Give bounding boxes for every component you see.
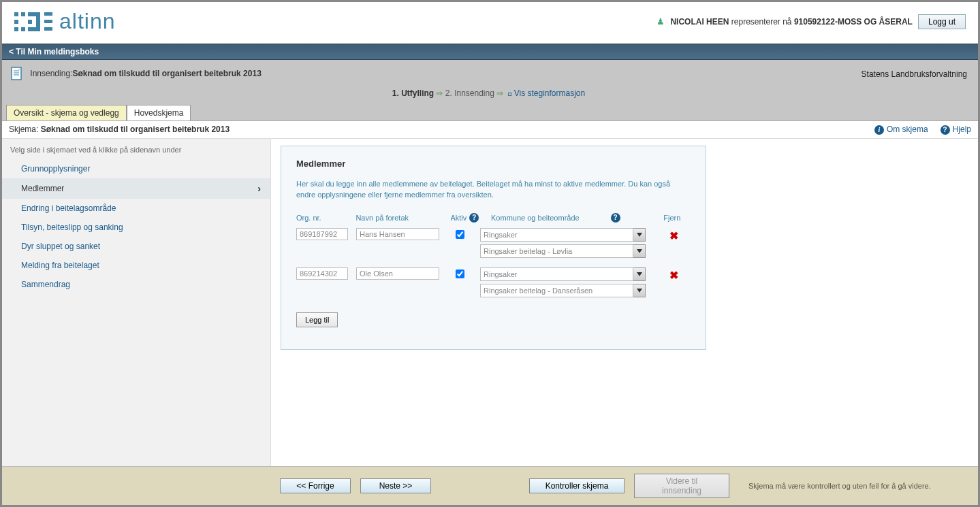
sidebar-item-label: Medlemmer xyxy=(21,184,64,193)
step-indicator: 1. Utfylling ⇒ 2. Innsending ⇒ ◘ Vis ste… xyxy=(6,84,971,105)
company-name-input[interactable] xyxy=(356,228,439,240)
schema-name: Søknad om tilskudd til organisert beiteb… xyxy=(41,125,230,134)
sidebar-item-tilsyn[interactable]: Tilsyn, beiteslipp og sanking xyxy=(2,218,270,237)
help-icon: ? xyxy=(941,125,950,135)
represents-org: 910592122-MOSS OG ÅSERAL xyxy=(794,17,913,27)
svg-rect-4 xyxy=(21,27,25,31)
col-kommune: Kommune og beiteområde ? xyxy=(491,213,663,223)
panel-hint: Her skal du legge inn alle medlemmene av… xyxy=(296,178,691,201)
sidebar-item-endring[interactable]: Endring i beitelagsområde xyxy=(2,199,270,218)
user-info: ♟ NICOLAI HEEN representerer nå 91059212… xyxy=(657,14,966,29)
expand-icon: ◘ xyxy=(508,91,511,97)
arrow-icon: ⇒ xyxy=(496,88,503,98)
svg-rect-5 xyxy=(28,12,40,16)
show-steps-link[interactable]: Vis steginformasjon xyxy=(514,88,586,98)
col-aktiv: Aktiv ? xyxy=(450,213,491,223)
user-icon: ♟ xyxy=(657,16,665,27)
dropdown-button[interactable] xyxy=(633,267,646,281)
logo[interactable]: altinn xyxy=(14,9,116,34)
arrow-icon: ⇒ xyxy=(436,88,443,98)
help-label: Hjelp xyxy=(953,125,971,134)
svg-rect-11 xyxy=(44,27,52,31)
svg-rect-7 xyxy=(28,27,40,31)
orgnr-input[interactable] xyxy=(296,267,348,280)
dropdown-button[interactable] xyxy=(633,284,646,297)
svg-marker-17 xyxy=(637,233,642,237)
logout-button[interactable]: Logg ut xyxy=(918,14,966,29)
svg-rect-3 xyxy=(14,27,18,31)
about-schema-link[interactable]: iOm skjema xyxy=(874,125,928,135)
col-aktiv-label: Aktiv xyxy=(450,214,467,222)
footer: << Forrige Neste >> Kontroller skjema Vi… xyxy=(2,466,978,505)
sidebar-hint: Velg side i skjemaet ved å klikke på sid… xyxy=(2,143,270,159)
help-link[interactable]: ?Hjelp xyxy=(941,125,971,135)
footer-hint: Skjema må være kontrollert og uten feil … xyxy=(748,482,931,490)
members-panel: Medlemmer Her skal du legge inn alle med… xyxy=(281,146,706,350)
col-orgnr: Org. nr. xyxy=(296,214,355,222)
svg-marker-20 xyxy=(637,289,642,293)
dropdown-button[interactable] xyxy=(633,244,646,258)
aktiv-checkbox[interactable] xyxy=(456,269,464,278)
svg-rect-10 xyxy=(44,20,52,23)
back-link[interactable]: < Til Min meldingsboks xyxy=(9,47,99,56)
kommune-select[interactable] xyxy=(480,267,633,281)
col-name: Navn på foretak xyxy=(355,214,450,222)
svg-rect-1 xyxy=(21,12,25,16)
col-kommune-label: Kommune og beiteområde xyxy=(491,214,580,222)
user-name: NICOLAI HEEN xyxy=(670,17,729,27)
info-icon: i xyxy=(874,125,884,135)
panel-title: Medlemmer xyxy=(296,159,691,169)
dropdown-button[interactable] xyxy=(633,228,646,242)
step-1: 1. Utfylling xyxy=(392,88,434,98)
remove-button[interactable]: ✖ xyxy=(669,269,678,281)
tab-main-form[interactable]: Hovedskjema xyxy=(127,105,191,120)
aktiv-checkbox[interactable] xyxy=(456,230,464,239)
svg-rect-2 xyxy=(14,20,18,24)
member-row: ✖ xyxy=(296,228,691,258)
sidebar-item-dyr[interactable]: Dyr sluppet og sanket xyxy=(2,237,270,256)
beiteomrade-select[interactable] xyxy=(480,244,633,258)
tab-overview[interactable]: Oversikt - skjema og vedlegg xyxy=(6,105,127,120)
svg-rect-8 xyxy=(28,20,32,24)
svg-rect-0 xyxy=(14,12,18,16)
sidebar-item-melding[interactable]: Melding fra beitelaget xyxy=(2,256,270,275)
svg-marker-19 xyxy=(637,272,642,276)
col-fjern: Fjern xyxy=(663,214,691,222)
chevron-right-icon: › xyxy=(257,183,261,194)
kontroller-button[interactable]: Kontroller skjema xyxy=(529,478,625,493)
member-row: ✖ xyxy=(296,267,691,297)
represents-text: representerer nå xyxy=(731,17,792,27)
beiteomrade-select[interactable] xyxy=(480,284,633,297)
about-schema-label: Om skjema xyxy=(887,125,928,134)
schema-label: Skjema: xyxy=(9,125,38,134)
help-icon[interactable]: ? xyxy=(611,213,620,223)
agency-name: Statens Landbruksforvaltning xyxy=(862,69,967,79)
submission-title: Innsending:Søknad om tilskudd til organi… xyxy=(10,67,262,82)
svg-rect-9 xyxy=(44,12,52,16)
sidebar: Velg side i skjemaet ved å klikke på sid… xyxy=(2,139,271,467)
add-member-button[interactable]: Legg til xyxy=(296,312,338,327)
next-button[interactable]: Neste >> xyxy=(360,478,431,493)
help-icon[interactable]: ? xyxy=(469,213,479,223)
schema-label-row: Skjema: Søknad om tilskudd til organiser… xyxy=(9,125,230,134)
prev-button[interactable]: << Forrige xyxy=(280,478,351,493)
submission-name: Søknad om tilskudd til organisert beiteb… xyxy=(72,69,261,78)
step-2: 2. Innsending xyxy=(445,88,494,98)
svg-marker-18 xyxy=(637,249,642,253)
remove-button[interactable]: ✖ xyxy=(669,230,678,242)
kommune-select[interactable] xyxy=(480,228,633,242)
sidebar-item-medlemmer[interactable]: Medlemmer › xyxy=(2,178,270,199)
sidebar-item-grunnopplysninger[interactable]: Grunnopplysninger xyxy=(2,159,270,178)
orgnr-input[interactable] xyxy=(296,228,348,240)
document-icon xyxy=(10,67,24,82)
logo-icon xyxy=(14,12,52,31)
videre-button: Videre til innsending xyxy=(634,474,729,498)
company-name-input[interactable] xyxy=(356,267,439,280)
sidebar-item-sammendrag[interactable]: Sammendrag xyxy=(2,275,270,294)
logo-text: altinn xyxy=(59,9,116,34)
svg-rect-6 xyxy=(36,16,40,27)
submission-prefix: Innsending: xyxy=(30,69,72,78)
